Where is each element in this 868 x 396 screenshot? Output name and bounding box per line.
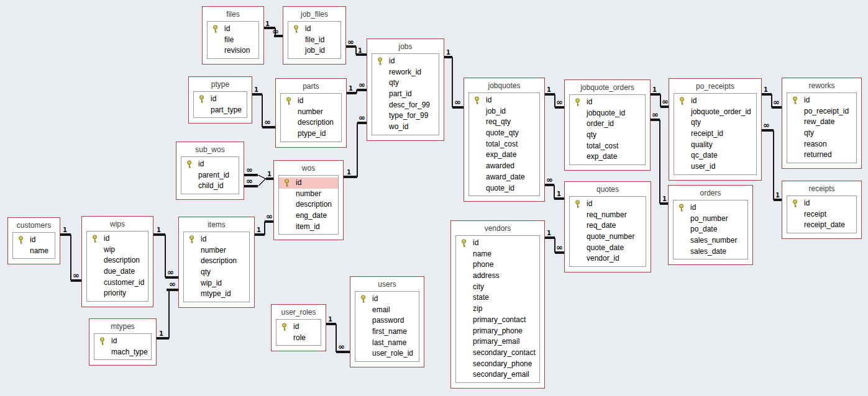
field-row-id[interactable]: id xyxy=(184,234,249,245)
field-row-order_id[interactable]: order_id xyxy=(570,119,645,130)
field-row-reason[interactable]: reason xyxy=(787,139,856,150)
table-title[interactable]: items xyxy=(179,217,254,232)
field-row-id[interactable]: id xyxy=(570,199,646,210)
field-row-last_name[interactable]: last_name xyxy=(355,338,419,349)
field-row-parent_id[interactable]: parent_id xyxy=(181,170,239,181)
field-row-req_date[interactable]: req_date xyxy=(570,220,646,232)
field-row-total_cost[interactable]: total_cost xyxy=(469,139,539,150)
field-row-quote_qty[interactable]: quote_qty xyxy=(469,128,539,139)
field-row-receipt_id[interactable]: receipt_id xyxy=(674,128,756,140)
field-row-rew_date[interactable]: rew_date xyxy=(787,117,856,128)
field-row-address[interactable]: address xyxy=(456,271,539,282)
table-jobquotes[interactable]: jobquotesidjob_idreq_qtyquote_qtytotal_c… xyxy=(464,78,545,202)
field-row-description[interactable]: description xyxy=(184,256,249,267)
table-title[interactable]: users xyxy=(350,277,424,291)
field-row-sales_number[interactable]: sales_number xyxy=(674,235,747,246)
field-row-file[interactable]: file xyxy=(208,35,258,46)
field-row-zip[interactable]: zip xyxy=(456,304,539,315)
table-title[interactable]: jobquotes xyxy=(464,78,544,92)
table-ptype[interactable]: ptypeidpart_type xyxy=(188,76,252,124)
field-row-id[interactable]: id xyxy=(94,336,151,347)
table-job_files[interactable]: job_filesidfile_idjob_id xyxy=(283,6,346,65)
field-row-id[interactable]: id xyxy=(372,56,439,67)
field-row-id[interactable]: id xyxy=(355,294,419,305)
field-row-qc_date[interactable]: qc_date xyxy=(674,150,756,161)
field-row-id[interactable]: id xyxy=(456,238,539,249)
field-row-number[interactable]: number xyxy=(281,107,341,118)
field-row-req_qty[interactable]: req_qty xyxy=(469,117,539,128)
table-title[interactable]: sub_wos xyxy=(176,142,244,156)
field-row-id[interactable]: id xyxy=(288,24,340,35)
field-row-wip_id[interactable]: wip_id xyxy=(184,278,249,289)
field-row-total_cost[interactable]: total_cost xyxy=(570,141,645,152)
table-title[interactable]: customers xyxy=(8,218,60,232)
relationship-line[interactable] xyxy=(258,179,266,186)
field-row-awarded[interactable]: awarded xyxy=(469,161,539,172)
field-row-user_id[interactable]: user_id xyxy=(674,161,756,173)
field-row-po_date[interactable]: po_date xyxy=(674,224,747,235)
table-quotes[interactable]: quotesidreq_numberreq_datequote_numberqu… xyxy=(564,181,651,272)
table-vendors[interactable]: vendorsidnamephoneaddresscitystatezippri… xyxy=(450,220,545,389)
table-parts[interactable]: partsidnumberdescriptionptype_id xyxy=(275,78,347,148)
field-row-mach_type[interactable]: mach_type xyxy=(94,347,151,358)
table-title[interactable]: parts xyxy=(276,79,346,93)
field-row-file_id[interactable]: file_id xyxy=(288,35,340,46)
table-files[interactable]: filesidfilerevision xyxy=(202,6,264,65)
field-row-id[interactable]: id xyxy=(787,198,856,209)
field-row-rework_id[interactable]: rework_id xyxy=(372,67,439,78)
field-row-po_receipt_id[interactable]: po_receipt_id xyxy=(787,106,856,117)
field-row-item_id[interactable]: item_id xyxy=(279,222,338,233)
field-row-quote_id[interactable]: quote_id xyxy=(469,183,539,194)
table-title[interactable]: jobs xyxy=(367,39,444,53)
field-row-name[interactable]: name xyxy=(456,249,539,260)
field-row-type_for_99[interactable]: type_for_99 xyxy=(372,110,439,122)
field-row-id[interactable]: id xyxy=(194,94,247,105)
table-mtypes[interactable]: mtypesidmach_type xyxy=(89,318,157,366)
field-row-revision[interactable]: revision xyxy=(208,45,258,56)
field-row-qty[interactable]: qty xyxy=(184,267,249,278)
field-row-receipt_date[interactable]: receipt_date xyxy=(787,220,856,231)
field-row-secondary_phone[interactable]: secondary_phone xyxy=(456,359,539,370)
field-row-primary_phone[interactable]: primary_phone xyxy=(456,326,539,337)
table-title[interactable]: receipts xyxy=(782,181,861,196)
field-row-priority[interactable]: priority xyxy=(87,288,148,299)
table-title[interactable]: wos xyxy=(274,161,343,175)
field-row-secondary_contact[interactable]: secondary_contact xyxy=(456,348,539,359)
table-po_receipts[interactable]: po_receiptsidjobquote_order_idqtyreceipt… xyxy=(669,78,762,181)
field-row-qty[interactable]: qty xyxy=(372,78,439,89)
field-row-req_number[interactable]: req_number xyxy=(570,210,646,221)
table-title[interactable]: quotes xyxy=(565,182,651,196)
table-title[interactable]: job_files xyxy=(283,7,345,21)
field-row-id[interactable]: id xyxy=(281,96,341,107)
field-row-sales_date[interactable]: sales_date xyxy=(674,246,747,258)
field-row-password[interactable]: password xyxy=(355,315,419,326)
field-row-id[interactable]: id xyxy=(674,96,756,107)
table-receipts[interactable]: receiptsidreceiptreceipt_date xyxy=(782,181,862,239)
field-row-desc_for_99[interactable]: desc_for_99 xyxy=(372,100,439,111)
table-title[interactable]: wips xyxy=(82,217,153,231)
field-row-id[interactable]: id xyxy=(13,235,55,246)
table-orders[interactable]: ordersidpo_numberpo_datesales_numbersale… xyxy=(668,185,753,265)
field-row-id[interactable]: id xyxy=(469,95,539,106)
field-row-primary_contact[interactable]: primary_contact xyxy=(456,315,539,326)
field-row-id[interactable]: id xyxy=(787,95,856,106)
field-row-state[interactable]: state xyxy=(456,292,539,304)
field-row-ptype_id[interactable]: ptype_id xyxy=(281,128,341,140)
table-users[interactable]: usersidemailpasswordfirst_namelast_nameu… xyxy=(350,276,424,367)
field-row-user_role_id[interactable]: user_role_id xyxy=(355,348,419,359)
field-row-id[interactable]: id xyxy=(276,322,321,333)
relationships-canvas[interactable]: 1∞∞11∞1∞1∞∞1∞1∞1∞1∞1∞1∞1∞1∞∞11∞∞11∞∞11∞ … xyxy=(0,0,868,396)
field-row-city[interactable]: city xyxy=(456,282,539,293)
field-row-exp_date[interactable]: exp_date xyxy=(570,151,645,163)
table-customers[interactable]: customersidname xyxy=(7,217,60,264)
field-row-exp_date[interactable]: exp_date xyxy=(469,150,539,161)
field-row-number[interactable]: number xyxy=(279,189,338,200)
field-row-secondary_email[interactable]: secondary_email xyxy=(456,369,539,380)
field-row-quote_date[interactable]: quote_date xyxy=(570,243,646,254)
field-row-qty[interactable]: qty xyxy=(570,130,645,141)
field-row-job_id[interactable]: job_id xyxy=(288,45,340,56)
table-title[interactable]: mtypes xyxy=(89,319,156,333)
relationship-line[interactable] xyxy=(258,175,266,179)
table-title[interactable]: vendors xyxy=(451,221,544,235)
field-row-part_id[interactable]: part_id xyxy=(372,89,439,100)
